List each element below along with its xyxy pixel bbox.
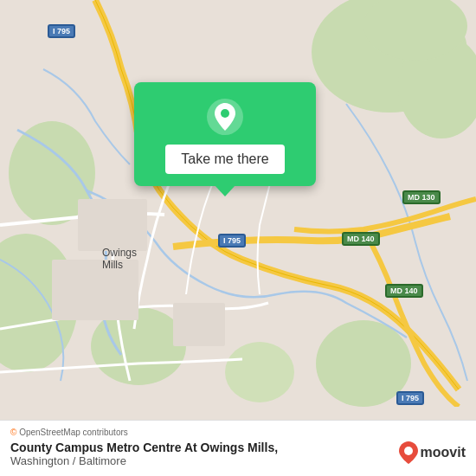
location-title: County Campus Metro Centre At Owings Mil… bbox=[10, 441, 278, 454]
shield-i795-top-left: I 795 bbox=[48, 24, 75, 38]
shield-i795-center: I 795 bbox=[218, 234, 246, 248]
shield-i795-bottom-right: I 795 bbox=[396, 391, 424, 405]
shield-md140: MD 140 bbox=[342, 232, 380, 246]
attribution-text: OpenStreetMap contributors bbox=[19, 428, 128, 437]
moovit-logo: moovit bbox=[399, 441, 466, 464]
city-label-owings-mills: OwingsMills bbox=[102, 247, 137, 271]
svg-rect-11 bbox=[173, 303, 225, 346]
take-me-there-button[interactable]: Take me there bbox=[165, 145, 284, 174]
shield-md140-2: MD 140 bbox=[385, 284, 423, 298]
popup-card: Take me there bbox=[134, 82, 316, 186]
location-pin-icon bbox=[206, 98, 244, 136]
bottom-bar: © OpenStreetMap contributors County Camp… bbox=[0, 420, 476, 476]
attribution-symbol: © bbox=[10, 428, 16, 437]
moovit-pin-icon bbox=[399, 441, 418, 464]
moovit-brand-text: moovit bbox=[421, 445, 466, 460]
location-subtitle: Washington / Baltimore bbox=[10, 454, 278, 467]
map-container: I 795 I 795 I 795 MD 140 MD 140 MD 130 O… bbox=[0, 0, 476, 476]
svg-rect-9 bbox=[78, 199, 147, 251]
shield-md130: MD 130 bbox=[402, 190, 441, 204]
svg-point-14 bbox=[404, 447, 413, 455]
map-attribution: © OpenStreetMap contributors bbox=[10, 428, 466, 437]
svg-point-13 bbox=[221, 109, 229, 118]
svg-point-8 bbox=[225, 342, 294, 402]
